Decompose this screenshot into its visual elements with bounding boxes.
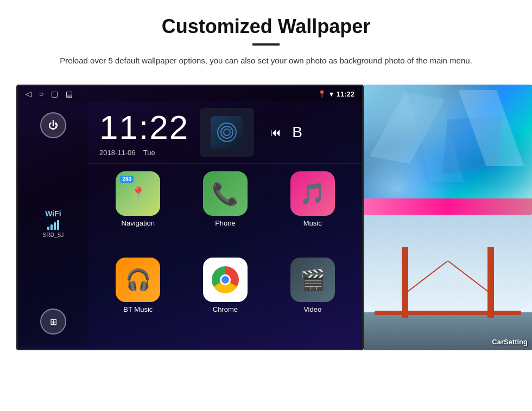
- app-video[interactable]: 🎬 Video: [271, 258, 353, 338]
- wifi-bar-1: [47, 227, 49, 230]
- apps-button[interactable]: ⊞: [40, 309, 66, 335]
- screen-body: ⏻ WiFi SRD_SJ ⊞: [18, 101, 362, 345]
- bridge-container: [364, 215, 532, 350]
- nav-badge: 280: [120, 176, 134, 183]
- power-icon: ⏻: [48, 120, 58, 131]
- apps-grid: 280 📍 Navigation 📞 Phone: [88, 164, 362, 345]
- clock-area: 11:22 2018-11-06 Tue: [88, 101, 362, 164]
- pink-strip: [364, 198, 532, 215]
- video-icon: 🎬: [290, 258, 335, 302]
- ring-3: [217, 123, 237, 142]
- page-subtitle: Preload over 5 default wallpaper options…: [60, 54, 472, 67]
- wifi-bar-4: [57, 220, 59, 230]
- app-bt-music[interactable]: 🎧 BT Music: [97, 258, 179, 338]
- clock-time: 11:22: [99, 108, 189, 146]
- left-sidebar: ⏻ WiFi SRD_SJ ⊞: [18, 101, 88, 345]
- phone-glyph: 📞: [212, 181, 239, 207]
- wifi-widget: WiFi SRD_SJ: [43, 209, 64, 238]
- media-icon: [211, 116, 243, 149]
- phone-icon: 📞: [203, 171, 248, 216]
- app-navigation[interactable]: 280 📍 Navigation: [97, 171, 179, 252]
- video-label: Video: [303, 305, 321, 313]
- app-chrome[interactable]: Chrome: [185, 258, 267, 338]
- status-right: 📍 ▾ 11:22: [318, 90, 354, 98]
- music-glyph: 🎵: [300, 182, 325, 206]
- phone-label: Phone: [215, 219, 236, 227]
- wifi-status-icon: ▾: [330, 90, 333, 98]
- video-glyph: 🎬: [300, 268, 325, 292]
- wallpaper-panel: CarSetting: [364, 85, 532, 350]
- bridge-cables-svg: [364, 261, 532, 315]
- page-header: Customized Wallpaper Preload over 5 defa…: [0, 0, 532, 76]
- title-divider: [252, 43, 280, 46]
- clock-widget: 11:22 2018-11-06 Tue: [99, 108, 189, 157]
- wifi-bar-2: [50, 224, 53, 230]
- app-phone[interactable]: 📞 Phone: [185, 171, 267, 252]
- main-content: ◁ ○ ▢ ▤ 📍 ▾ 11:22 ⏻ WiFi: [0, 76, 532, 359]
- home-icon[interactable]: ○: [39, 89, 43, 98]
- location-icon: 📍: [318, 90, 326, 98]
- media-widget: [200, 108, 254, 157]
- bluetooth-glyph: 🎧: [125, 268, 151, 292]
- wallpaper-bottom: CarSetting: [364, 215, 532, 350]
- wifi-bar-3: [54, 222, 56, 230]
- app-music[interactable]: 🎵 Music: [271, 171, 353, 252]
- status-bar: ◁ ○ ▢ ▤ 📍 ▾ 11:22: [18, 86, 362, 101]
- android-screen: ◁ ○ ▢ ▤ 📍 ▾ 11:22 ⏻ WiFi: [16, 85, 364, 350]
- carsetting-label: CarSetting: [492, 338, 528, 346]
- navigation-label: Navigation: [122, 219, 155, 227]
- ice-shapes: [364, 85, 532, 215]
- wifi-bars: [43, 220, 64, 230]
- navigation-icon: 280 📍: [116, 171, 160, 216]
- recents-icon[interactable]: ▢: [51, 89, 58, 98]
- apps-grid-icon: ⊞: [50, 317, 57, 327]
- chrome-ring: [212, 266, 239, 293]
- clock-date: 2018-11-06 Tue: [99, 149, 189, 157]
- bt-music-label: BT Music: [123, 305, 153, 313]
- music-label: Music: [303, 219, 322, 227]
- status-time: 11:22: [337, 90, 354, 98]
- wifi-ssid: SRD_SJ: [43, 232, 64, 238]
- music-icon: 🎵: [290, 171, 335, 216]
- play-icon[interactable]: B: [292, 124, 302, 141]
- status-left: ◁ ○ ▢ ▤: [26, 89, 73, 98]
- back-icon[interactable]: ◁: [26, 89, 31, 98]
- wallpaper-top: [364, 85, 532, 215]
- nav-pin-icon: 📍: [131, 187, 145, 201]
- chrome-center: [220, 274, 231, 285]
- wifi-label: WiFi: [43, 209, 64, 218]
- page-title: Customized Wallpaper: [43, 15, 489, 38]
- screenshot-icon[interactable]: ▤: [66, 89, 73, 98]
- bt-music-icon: 🎧: [116, 258, 160, 302]
- chrome-icon: [203, 258, 248, 302]
- prev-track-icon[interactable]: ⏮: [270, 126, 281, 139]
- power-button[interactable]: ⏻: [40, 112, 66, 138]
- signal-rings: [216, 121, 238, 143]
- center-panel: 11:22 2018-11-06 Tue: [88, 101, 362, 345]
- media-controls: ⏮ B: [270, 124, 302, 141]
- chrome-label: Chrome: [213, 305, 238, 313]
